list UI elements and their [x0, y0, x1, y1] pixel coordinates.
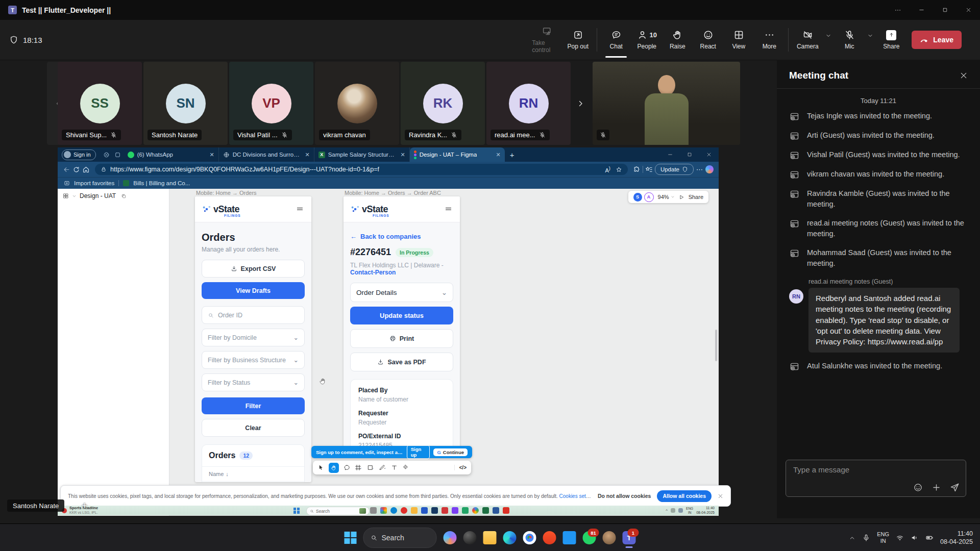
folder-icon[interactable] [411, 507, 418, 514]
browser-signin-button[interactable]: Sign in [62, 149, 96, 160]
inner-search-box[interactable]: Search [306, 507, 370, 515]
text-tool-icon[interactable] [391, 464, 398, 471]
chrome-app-icon[interactable] [523, 531, 536, 544]
move-tool-icon[interactable] [317, 464, 324, 471]
bookmark-import-favorites[interactable]: Import favorites [74, 180, 114, 186]
language-indicator[interactable]: ENGIN [877, 531, 889, 544]
contact-person-link[interactable]: Contact-Person [350, 269, 396, 276]
whatsapp-app-icon[interactable]: 81 [583, 531, 596, 544]
participant-tile[interactable]: vikram chavan [315, 62, 399, 145]
more-button[interactable]: More [754, 30, 785, 50]
profile-app-icon[interactable] [603, 531, 616, 544]
dev-mode-code-toggle[interactable]: </> [454, 465, 467, 470]
app-icon[interactable] [462, 507, 469, 514]
favorite-star-icon[interactable] [616, 166, 622, 173]
close-button[interactable] [957, 0, 980, 20]
frame-label-orders[interactable]: Mobile: Home → Orders [196, 190, 257, 196]
filter-business-structure-select[interactable]: Filter by Business Structure⌄ [202, 351, 305, 369]
hidden-icons-chevron[interactable] [849, 535, 855, 541]
favorites-list-icon[interactable] [645, 166, 653, 173]
refresh-icon[interactable] [72, 166, 80, 173]
column-header-name[interactable]: Name [209, 471, 224, 477]
collaborator-avatar[interactable]: A [644, 192, 654, 202]
wifi-icon[interactable] [896, 534, 904, 542]
participant-tile[interactable]: RN read.ai mee... [486, 62, 571, 145]
share-button[interactable]: Share [876, 30, 906, 50]
react-button[interactable]: React [693, 30, 723, 50]
taskbar-search[interactable]: Search [363, 528, 437, 548]
start-button[interactable] [345, 532, 357, 544]
widgets-news-button[interactable]: Sports headline KKR vs LSG, IPL. [62, 506, 98, 515]
new-tab-button[interactable]: + [510, 151, 514, 159]
back-to-companies-link[interactable]: ← Back to companies [350, 233, 453, 240]
volume-icon[interactable] [911, 534, 919, 542]
browser-maximize-button[interactable] [680, 147, 699, 162]
canvas-scrollbar[interactable] [715, 330, 717, 361]
mic-button[interactable]: Mic [834, 30, 865, 50]
view-button[interactable]: View [723, 30, 754, 50]
participant-tile[interactable]: VP Vishal Patil ... [229, 62, 313, 145]
camera-button[interactable]: Camera [792, 30, 823, 50]
teams-app-icon-active[interactable]: T 1 [623, 531, 636, 544]
camera-options-chevron[interactable] [823, 33, 834, 39]
browser-tab-figma-active[interactable]: Design - UAT – Figma ✕ [410, 147, 505, 162]
components-tool-icon[interactable] [402, 464, 409, 471]
present-play-icon[interactable] [679, 194, 684, 200]
raise-hand-button[interactable]: Raise [662, 30, 693, 50]
app-icon[interactable] [370, 507, 377, 514]
figma-canvas[interactable]: Mobile: Home → Orders Mobile: Home → Ord… [169, 189, 719, 516]
inner-clock[interactable]: 11:4008-04-2025 [696, 506, 715, 515]
hand-tool-icon-active[interactable] [329, 463, 339, 473]
filter-status-select[interactable]: Filter by Status⌄ [202, 373, 305, 391]
inner-system-tray[interactable]: ^ ENGIN 11:4008-04-2025 [666, 506, 715, 515]
allow-cookies-button[interactable]: Allow all cookies [657, 490, 712, 502]
update-status-button[interactable]: Update status [350, 307, 453, 324]
maximize-button[interactable] [933, 0, 957, 20]
participant-tile[interactable]: SS Shivani Sup... [58, 62, 142, 145]
inner-start-button[interactable] [293, 508, 300, 514]
banner-google-continue-button[interactable]: G Continue [433, 448, 468, 456]
filter-domicile-select[interactable]: Filter by Domicile⌄ [202, 329, 305, 346]
order-details-select[interactable]: Order Details⌄ [350, 283, 453, 302]
address-bar[interactable]: https://www.figma.com/design/9BKQ0FOHRWa… [95, 164, 628, 175]
tab-close-icon[interactable]: ✕ [209, 152, 214, 158]
read-aloud-icon[interactable]: A) [605, 166, 610, 173]
comment-tool-icon[interactable] [344, 464, 350, 471]
browser-menu-dots-icon[interactable] [696, 166, 703, 173]
tab-close-icon[interactable]: ✕ [400, 152, 405, 158]
mockup-orders-screen[interactable]: vState FILINGS Orders Manage all your or… [195, 196, 311, 482]
vscode-app-icon[interactable] [563, 531, 576, 544]
view-drafts-button[interactable]: View Drafts [202, 282, 305, 299]
deny-cookies-button[interactable]: Do not allow cookies [598, 493, 651, 499]
taskbar-clock[interactable]: 11:4008-04-2025 [940, 530, 973, 546]
cookie-close-icon[interactable] [718, 493, 723, 499]
app-icon[interactable] [431, 507, 438, 514]
back-icon[interactable] [63, 166, 70, 173]
browser-tab-dc-divisions[interactable]: DC Divisions and Surroundings ✕ [219, 147, 314, 162]
inner-taskbar-apps[interactable] [370, 507, 509, 514]
sort-desc-icon[interactable]: ↓ [226, 471, 229, 477]
tray-mic-icon[interactable] [862, 534, 870, 542]
order-row[interactable]: 2279454 TL Flex Holdings LLC Complete › [202, 481, 304, 482]
excel-icon[interactable] [482, 507, 489, 514]
save-as-pdf-button[interactable]: Save as PDF [350, 353, 453, 371]
attach-plus-icon[interactable] [932, 483, 941, 492]
edge-icon[interactable] [390, 507, 397, 514]
pdf-icon[interactable] [503, 507, 509, 514]
browser-close-button[interactable] [699, 147, 719, 162]
order-id-search-input[interactable]: Order ID [202, 306, 305, 324]
emoji-icon[interactable] [913, 483, 923, 492]
print-button[interactable]: Print [350, 329, 453, 348]
workspaces-icon[interactable] [101, 152, 112, 158]
minimize-button[interactable] [910, 0, 933, 20]
app-icon[interactable] [472, 507, 479, 514]
export-csv-button[interactable]: Export CSV [202, 260, 305, 278]
hamburger-menu-icon[interactable] [296, 205, 304, 214]
figma-file-tab[interactable]: Design - UAT [58, 189, 169, 203]
app-icon[interactable] [421, 507, 428, 514]
send-icon[interactable] [950, 483, 960, 492]
mic-options-chevron[interactable] [865, 33, 876, 39]
browser-minimize-button[interactable] [660, 147, 680, 162]
word-icon[interactable] [493, 507, 499, 514]
edge-app-icon[interactable] [503, 531, 517, 544]
